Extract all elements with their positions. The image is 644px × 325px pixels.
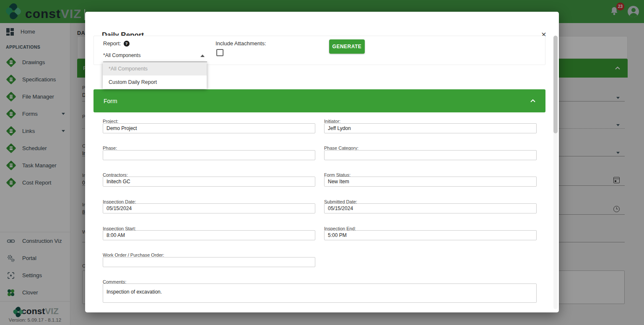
dropdown-option-all-components[interactable]: *All Components <box>103 62 207 75</box>
form-status-input[interactable] <box>324 177 537 187</box>
help-icon[interactable]: ? <box>124 41 130 47</box>
report-dropdown-menu: *All Components Custom Daily Report <box>103 62 207 89</box>
submitted-date-input[interactable] <box>324 203 537 213</box>
form-panel-header[interactable]: Form <box>93 89 545 112</box>
contractors-input[interactable] <box>103 177 315 187</box>
work-order-input[interactable] <box>103 257 315 267</box>
project-input[interactable] <box>103 123 315 133</box>
include-attachments-checkbox[interactable] <box>216 49 223 56</box>
modal-scrollbar[interactable] <box>553 36 558 309</box>
chevron-up-icon <box>530 99 535 102</box>
report-options-card: Report: ? *All Components Include Attach… <box>93 36 545 65</box>
inspection-start-input[interactable] <box>103 230 315 240</box>
phase-category-input[interactable] <box>324 150 537 160</box>
app-root: constVIZ Demo 23 Home APPLICATIONS <box>0 0 644 325</box>
report-label: Report: <box>103 40 121 47</box>
report-label-row: Report: ? <box>103 40 130 47</box>
comments-textarea[interactable]: Inspection of excavation. <box>103 283 537 303</box>
phase-input[interactable] <box>103 150 315 160</box>
dropdown-open-arrow-icon <box>200 55 205 57</box>
report-select[interactable]: *All Components <box>103 49 207 62</box>
daily-report-modal: Daily Report × Report: ? *All Components… <box>85 12 559 312</box>
report-select-value: *All Components <box>103 52 140 58</box>
scrollbar-thumb[interactable] <box>553 36 558 133</box>
include-attachments-label: Include Attachments: <box>216 40 266 47</box>
inspection-date-input[interactable] <box>103 203 315 213</box>
generate-button[interactable]: GENERATE <box>329 39 365 54</box>
inspection-end-input[interactable] <box>324 230 537 240</box>
form-panel-title: Form <box>104 98 117 104</box>
dropdown-option-custom-daily-report[interactable]: Custom Daily Report <box>103 75 207 89</box>
initiator-input[interactable] <box>324 123 537 133</box>
